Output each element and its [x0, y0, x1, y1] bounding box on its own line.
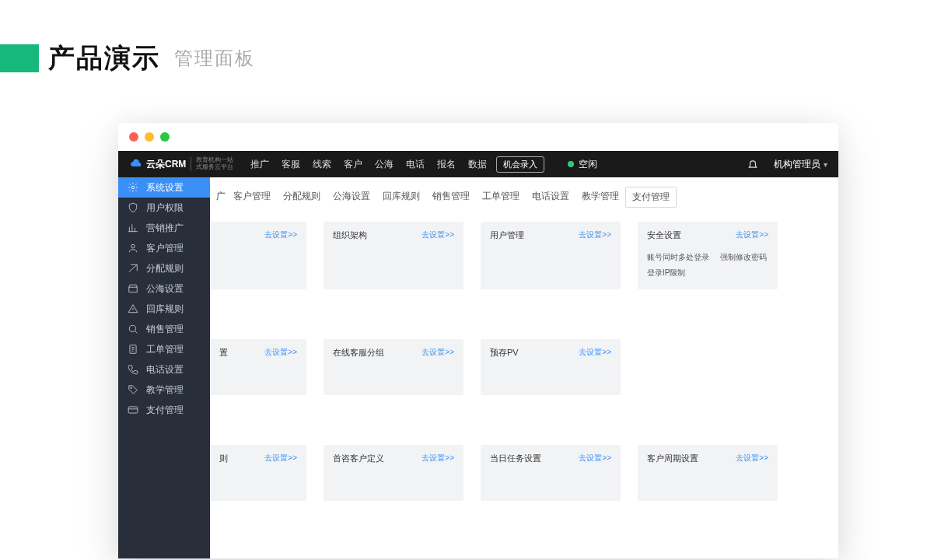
- phone-icon: [128, 364, 138, 375]
- card-title: 置: [219, 347, 228, 359]
- app-window: 云朵CRM 教育机构一站 式服务云平台 推广客服线索客户公海电话报名数据 机会录…: [118, 123, 838, 558]
- go-settings-link[interactable]: 去设置>>: [736, 453, 768, 464]
- sidebar-item-label: 分配规则: [146, 262, 184, 275]
- sidebar-item-label: 支付管理: [146, 404, 184, 417]
- settings-card: 首咨客户定义去设置>>: [324, 445, 464, 501]
- chart-icon: [128, 222, 138, 233]
- settings-card: 在线客服分组去设置>>: [324, 339, 464, 395]
- nav-item[interactable]: 客服: [282, 158, 300, 171]
- status-indicator[interactable]: 空闲: [568, 158, 597, 171]
- sidebar-item[interactable]: 公海设置: [118, 278, 210, 299]
- sidebar-item[interactable]: 客户管理: [118, 238, 210, 258]
- nav-item[interactable]: 线索: [313, 158, 331, 171]
- card-icon: [128, 404, 138, 415]
- card-sub-item: 强制修改密码: [720, 252, 767, 263]
- nav-item[interactable]: 客户: [344, 158, 362, 171]
- status-dot-icon: [568, 161, 574, 167]
- card-title: 用户管理: [490, 229, 524, 241]
- brand-logo[interactable]: 云朵CRM 教育机构一站 式服务云平台: [129, 157, 236, 171]
- tab[interactable]: 工单管理: [476, 187, 526, 208]
- svg-point-0: [131, 186, 135, 189]
- close-icon[interactable]: [129, 132, 138, 142]
- tab[interactable]: 客户管理: [227, 187, 277, 208]
- sidebar-item-label: 教学管理: [146, 383, 184, 397]
- sidebar-item[interactable]: 教学管理: [118, 380, 210, 400]
- nav-item[interactable]: 推广: [250, 158, 269, 171]
- go-settings-link[interactable]: 去设置>>: [422, 229, 454, 240]
- tab[interactable]: 教学管理: [575, 187, 625, 208]
- top-nav: 云朵CRM 教育机构一站 式服务云平台 推广客服线索客户公海电话报名数据 机会录…: [118, 151, 838, 177]
- nav-item[interactable]: 电话: [406, 158, 425, 171]
- minimize-icon[interactable]: [145, 132, 154, 142]
- nav-item[interactable]: 数据: [468, 158, 487, 171]
- nav-item[interactable]: 公海: [375, 158, 394, 171]
- card-title: 则: [219, 453, 228, 464]
- sidebar-item[interactable]: 回库规则: [118, 299, 210, 319]
- sidebar-item[interactable]: 系统设置: [118, 177, 210, 198]
- go-settings-link[interactable]: 去设置>>: [264, 229, 297, 240]
- go-settings-link[interactable]: 去设置>>: [736, 229, 768, 240]
- settings-card: 置去设置>>: [210, 339, 306, 395]
- user-icon: [128, 243, 138, 254]
- accent-bar: [0, 44, 39, 72]
- sidebar-item[interactable]: 电话设置: [118, 359, 210, 380]
- sidebar-item[interactable]: 分配规则: [118, 258, 210, 278]
- svg-point-4: [131, 387, 132, 389]
- tab[interactable]: 支付管理: [625, 187, 677, 208]
- sidebar-item-label: 销售管理: [146, 323, 184, 336]
- tab[interactable]: 销售管理: [426, 187, 476, 208]
- user-label: 机构管理员: [774, 158, 820, 171]
- sidebar-item[interactable]: 支付管理: [118, 400, 210, 420]
- sidebar-item[interactable]: 营销推广: [118, 218, 210, 238]
- go-settings-link[interactable]: 去设置>>: [264, 347, 297, 358]
- svg-point-1: [131, 244, 135, 248]
- settings-card: 去设置>>: [210, 222, 306, 289]
- sidebar: 系统设置用户权限营销推广客户管理分配规则公海设置回库规则销售管理工单管理电话设置…: [118, 177, 210, 558]
- card-title: 在线客服分组: [333, 347, 384, 359]
- store-icon: [128, 283, 138, 294]
- cloud-icon: [129, 159, 143, 170]
- sidebar-item-label: 公海设置: [146, 282, 184, 296]
- notification-icon[interactable]: [747, 159, 758, 170]
- tab[interactable]: 分配规则: [277, 187, 327, 208]
- sidebar-item-label: 工单管理: [146, 343, 184, 356]
- route-icon: [128, 263, 138, 274]
- tab[interactable]: 回库规则: [376, 187, 426, 208]
- brand-tagline: 教育机构一站 式服务云平台: [196, 157, 236, 171]
- svg-point-2: [129, 325, 135, 331]
- sales-icon: [128, 324, 138, 334]
- main-content: 广客户管理分配规则公海设置回库规则销售管理工单管理电话设置教学管理支付管理 去设…: [210, 177, 838, 558]
- settings-card: 用户管理去设置>>: [481, 222, 621, 289]
- card-sub-item: 登录IP限制: [647, 268, 685, 278]
- sidebar-item-label: 客户管理: [146, 242, 184, 255]
- doc-icon: [128, 344, 138, 355]
- go-settings-link[interactable]: 去设置>>: [422, 453, 454, 464]
- sidebar-item[interactable]: 销售管理: [118, 319, 210, 339]
- card-title: 组织架构: [333, 229, 367, 241]
- tab[interactable]: 公海设置: [327, 187, 376, 208]
- go-settings-link[interactable]: 去设置>>: [579, 453, 611, 464]
- tab[interactable]: 广: [213, 187, 227, 208]
- sidebar-item[interactable]: 工单管理: [118, 339, 210, 359]
- tag-icon: [128, 384, 138, 395]
- svg-rect-5: [128, 407, 138, 413]
- go-settings-link[interactable]: 去设置>>: [264, 453, 297, 464]
- card-title: 客户周期设置: [647, 453, 698, 464]
- sidebar-item-label: 电话设置: [146, 363, 184, 376]
- card-title: 预存PV: [490, 347, 519, 359]
- nav-item[interactable]: 报名: [437, 158, 456, 171]
- settings-card: 组织架构去设置>>: [324, 222, 464, 289]
- settings-card: 则去设置>>: [210, 445, 306, 501]
- sidebar-item[interactable]: 用户权限: [118, 198, 210, 218]
- go-settings-link[interactable]: 去设置>>: [422, 347, 454, 358]
- maximize-icon[interactable]: [160, 132, 170, 142]
- go-settings-link[interactable]: 去设置>>: [579, 347, 611, 358]
- user-menu[interactable]: 机构管理员 ▾: [774, 158, 827, 171]
- record-button[interactable]: 机会录入: [496, 156, 544, 173]
- tab[interactable]: 电话设置: [526, 187, 575, 208]
- sidebar-item-label: 回库规则: [146, 303, 184, 316]
- sidebar-item-label: 系统设置: [146, 181, 184, 194]
- settings-cards: 去设置>>组织架构去设置>>用户管理去设置>>安全设置去设置>>账号同时多处登录…: [210, 214, 838, 501]
- go-settings-link[interactable]: 去设置>>: [579, 229, 611, 240]
- status-label: 空闲: [579, 158, 597, 171]
